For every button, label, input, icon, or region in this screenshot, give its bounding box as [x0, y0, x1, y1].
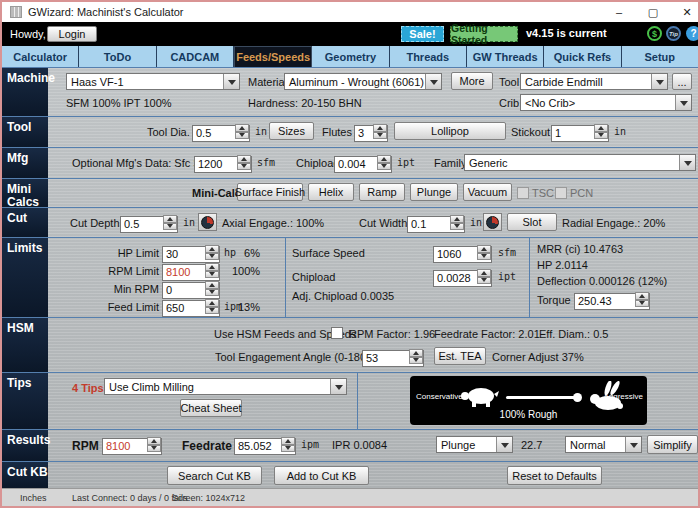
feed-limit-stepper[interactable]	[205, 299, 219, 314]
title-bar: GWizard: Machinist's Calculator – ▢ ✕	[2, 2, 698, 22]
flutes-stepper[interactable]	[373, 124, 387, 139]
search-cut-kb-button[interactable]: Search Cut KB	[167, 466, 262, 485]
minimize-button[interactable]: –	[606, 2, 632, 22]
tip-icon[interactable]: Tip	[666, 26, 681, 41]
aggressiveness-slider-knob[interactable]	[573, 393, 582, 402]
tea-stepper[interactable]	[409, 349, 423, 364]
chevron-down-icon[interactable]	[330, 379, 346, 394]
chevron-down-icon[interactable]	[625, 437, 641, 452]
tab-cadcam[interactable]: CADCAM	[157, 46, 234, 67]
mode-select[interactable]: Normal	[565, 436, 642, 453]
tab-setup[interactable]: Setup	[622, 46, 698, 67]
ramp-button[interactable]: Ramp	[359, 183, 405, 201]
cut-width-input[interactable]	[407, 214, 465, 231]
feedrate-input[interactable]	[234, 436, 296, 453]
chevron-down-icon[interactable]	[496, 437, 512, 452]
chevron-down-icon[interactable]	[223, 74, 239, 89]
chevron-down-icon[interactable]	[675, 95, 691, 110]
sizes-button[interactable]: Sizes	[269, 122, 314, 140]
plunge-button[interactable]: Plunge	[410, 183, 458, 201]
rpm-result-stepper[interactable]	[147, 437, 161, 452]
lollipop-button[interactable]: Lollipop	[394, 122, 506, 140]
limits-chipload-stepper[interactable]	[477, 269, 491, 284]
machine-select[interactable]: Haas VF-1	[66, 73, 240, 90]
crib-select[interactable]: <No Crib>	[520, 94, 692, 111]
getting-started-button[interactable]: Getting Started	[450, 26, 518, 42]
tab-calculator[interactable]: Calculator	[2, 46, 79, 67]
chevron-down-icon[interactable]	[425, 74, 441, 89]
hp-limit-stepper[interactable]	[205, 245, 219, 260]
cut-depth-input[interactable]	[120, 214, 178, 231]
stickout-stepper[interactable]	[594, 124, 608, 139]
tab-feeds-speeds[interactable]: Feeds/Speeds	[234, 46, 312, 67]
surface-speed-stepper[interactable]	[477, 245, 491, 260]
cut-width-stepper[interactable]	[450, 215, 464, 230]
more-button[interactable]: More	[451, 72, 493, 90]
simplify-button[interactable]: Simplify	[647, 435, 698, 454]
tab-gw-threads[interactable]: GW Threads	[467, 46, 544, 67]
mfg-chipload-stepper[interactable]	[377, 155, 391, 170]
hp-limit-label: HP Limit	[79, 247, 159, 259]
help-icon[interactable]: ?	[686, 26, 700, 41]
cut-depth-stepper[interactable]	[163, 215, 177, 230]
mfg-chipload-input[interactable]	[334, 154, 392, 171]
tea-input[interactable]	[362, 348, 424, 365]
hp-limit-input[interactable]	[162, 244, 220, 261]
adj-chipload-text: Adj. Chipload 0.0035	[292, 290, 394, 302]
tool-dia-input[interactable]	[192, 123, 250, 140]
surface-finish-button[interactable]: Surface Finish	[237, 183, 303, 201]
rpm-result-input[interactable]	[102, 436, 162, 453]
dollar-icon[interactable]: $	[647, 26, 662, 41]
min-rpm-input[interactable]	[162, 280, 220, 297]
surface-speed-input[interactable]	[433, 244, 492, 261]
flutes-input[interactable]	[354, 123, 388, 140]
add-to-cut-kb-button[interactable]: Add to Cut KB	[274, 466, 369, 485]
tool-select[interactable]: Carbide Endmill	[520, 73, 668, 90]
vacuum-button[interactable]: Vacuum	[463, 183, 512, 201]
plunge-select[interactable]: Plunge	[436, 436, 513, 453]
radial-engagement-diagram-icon[interactable]	[483, 213, 502, 231]
est-tea-button[interactable]: Est. TEA	[434, 347, 486, 365]
tab-geometry[interactable]: Geometry	[312, 46, 389, 67]
stickout-input[interactable]	[551, 123, 609, 140]
sale-button[interactable]: Sale!	[401, 26, 444, 42]
family-select-value: Generic	[465, 157, 508, 169]
main-tab-bar: Calculator ToDo CADCAM Feeds/Speeds Geom…	[2, 46, 698, 67]
tsc-checkbox[interactable]	[517, 187, 529, 199]
tab-threads[interactable]: Threads	[390, 46, 467, 67]
sfc-speed-input[interactable]	[194, 154, 252, 171]
use-hsm-checkbox[interactable]	[331, 327, 343, 339]
axial-engagement-diagram-icon[interactable]	[198, 213, 217, 231]
reset-to-defaults-button[interactable]: Reset to Defaults	[507, 466, 602, 485]
tab-todo[interactable]: ToDo	[79, 46, 156, 67]
helix-button[interactable]: Helix	[308, 183, 354, 201]
slot-button[interactable]: Slot	[507, 213, 557, 231]
maximize-button[interactable]: ▢	[640, 2, 666, 22]
cut-depth-label: Cut Depth	[70, 217, 120, 229]
mfg-chipload-label: Chipload	[296, 157, 339, 169]
sfc-speed-stepper[interactable]	[237, 155, 251, 170]
chevron-down-icon[interactable]	[679, 155, 695, 170]
screen-resolution-text: Screen: 1024x712	[172, 493, 245, 503]
min-rpm-stepper[interactable]	[205, 281, 219, 296]
torque-stepper[interactable]	[635, 292, 649, 307]
close-button[interactable]: ✕	[674, 2, 700, 22]
tool-browse-button[interactable]: ...	[672, 73, 692, 90]
rpm-limit-stepper[interactable]	[205, 263, 219, 278]
feedrate-stepper[interactable]	[281, 437, 295, 452]
tool-dia-stepper[interactable]	[235, 124, 249, 139]
torque-input[interactable]	[574, 291, 650, 308]
hsm-section-label: HSM	[2, 318, 48, 372]
tab-quick-refs[interactable]: Quick Refs	[544, 46, 621, 67]
aggressiveness-slider-track[interactable]	[506, 396, 580, 399]
family-select[interactable]: Generic	[464, 154, 696, 171]
limits-chipload-input[interactable]	[433, 268, 492, 285]
login-button[interactable]: Login	[47, 26, 97, 42]
material-select[interactable]: Aluminum - Wrought (6061)	[284, 73, 442, 90]
chevron-down-icon[interactable]	[651, 74, 667, 89]
pcn-checkbox[interactable]	[555, 187, 567, 199]
cheat-sheet-button[interactable]: Cheat Sheet	[180, 399, 242, 417]
rpm-limit-input[interactable]	[162, 262, 220, 279]
tip-select[interactable]: Use Climb Milling	[104, 378, 347, 395]
feed-limit-input[interactable]	[162, 298, 220, 315]
